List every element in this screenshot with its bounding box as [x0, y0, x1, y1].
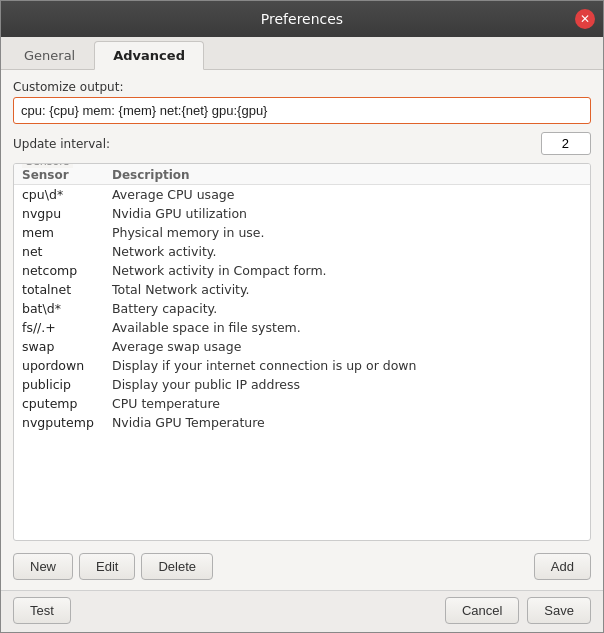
sensor-row[interactable]: nvgpuNvidia GPU utilization	[14, 204, 590, 223]
cancel-button[interactable]: Cancel	[445, 597, 519, 624]
sensor-description: Nvidia GPU utilization	[112, 206, 582, 221]
col-description-header: Description	[112, 168, 582, 182]
tab-bar: General Advanced	[1, 37, 603, 70]
update-interval-row: Update interval:	[13, 132, 591, 155]
sensor-row[interactable]: nvgputempNvidia GPU Temperature	[14, 413, 590, 432]
sensors-list: cpu\d*Average CPU usagenvgpuNvidia GPU u…	[14, 185, 590, 540]
sensor-description: Network activity.	[112, 244, 582, 259]
preferences-dialog: Preferences ✕ General Advanced Customize…	[0, 0, 604, 633]
sensor-name: totalnet	[22, 282, 112, 297]
sensor-name: bat\d*	[22, 301, 112, 316]
sensor-description: Display if your internet connection is u…	[112, 358, 582, 373]
close-button[interactable]: ✕	[575, 9, 595, 29]
sensor-description: Nvidia GPU Temperature	[112, 415, 582, 430]
tab-general[interactable]: General	[5, 41, 94, 69]
dialog-title: Preferences	[261, 11, 343, 27]
customize-output-input[interactable]	[13, 97, 591, 124]
content-area: Customize output: Update interval: Senso…	[1, 70, 603, 590]
bottom-bar: Test Cancel Save	[1, 590, 603, 632]
sensor-description: Average swap usage	[112, 339, 582, 354]
sensor-name: publicip	[22, 377, 112, 392]
sensor-row[interactable]: publicipDisplay your public IP address	[14, 375, 590, 394]
sensor-row[interactable]: swapAverage swap usage	[14, 337, 590, 356]
edit-button[interactable]: Edit	[79, 553, 135, 580]
sensors-section: Sensors Sensor Description cpu\d*Average…	[13, 163, 591, 541]
save-button[interactable]: Save	[527, 597, 591, 624]
customize-output-label: Customize output:	[13, 80, 591, 94]
sensor-name: upordown	[22, 358, 112, 373]
sensor-description: Available space in file system.	[112, 320, 582, 335]
sensor-row[interactable]: cputempCPU temperature	[14, 394, 590, 413]
sensor-row[interactable]: cpu\d*Average CPU usage	[14, 185, 590, 204]
new-button[interactable]: New	[13, 553, 73, 580]
sensor-description: Average CPU usage	[112, 187, 582, 202]
col-sensor-header: Sensor	[22, 168, 112, 182]
customize-output-group: Customize output:	[13, 80, 591, 124]
sensor-row[interactable]: netcompNetwork activity in Compact form.	[14, 261, 590, 280]
sensors-header: Sensor Description	[14, 164, 590, 185]
sensor-name: netcomp	[22, 263, 112, 278]
sensor-name: fs//.+	[22, 320, 112, 335]
sensor-description: Display your public IP address	[112, 377, 582, 392]
sensor-row[interactable]: memPhysical memory in use.	[14, 223, 590, 242]
sensor-description: Network activity in Compact form.	[112, 263, 582, 278]
sensor-row[interactable]: bat\d*Battery capacity.	[14, 299, 590, 318]
sensor-description: CPU temperature	[112, 396, 582, 411]
add-button[interactable]: Add	[534, 553, 591, 580]
sensor-description: Battery capacity.	[112, 301, 582, 316]
sensor-name: cputemp	[22, 396, 112, 411]
sensor-row[interactable]: totalnetTotal Network activity.	[14, 280, 590, 299]
sensor-name: net	[22, 244, 112, 259]
sensor-description: Total Network activity.	[112, 282, 582, 297]
action-buttons-row: New Edit Delete Add	[13, 549, 591, 582]
sensor-row[interactable]: upordownDisplay if your internet connect…	[14, 356, 590, 375]
test-button[interactable]: Test	[13, 597, 71, 624]
update-interval-input[interactable]	[541, 132, 591, 155]
sensor-name: mem	[22, 225, 112, 240]
update-interval-label: Update interval:	[13, 137, 110, 151]
tab-advanced[interactable]: Advanced	[94, 41, 204, 70]
sensor-name: swap	[22, 339, 112, 354]
sensor-description: Physical memory in use.	[112, 225, 582, 240]
sensor-name: cpu\d*	[22, 187, 112, 202]
sensors-title: Sensors	[22, 163, 73, 168]
sensor-name: nvgpu	[22, 206, 112, 221]
sensor-row[interactable]: fs//.+Available space in file system.	[14, 318, 590, 337]
titlebar: Preferences ✕	[1, 1, 603, 37]
sensor-row[interactable]: netNetwork activity.	[14, 242, 590, 261]
delete-button[interactable]: Delete	[141, 553, 213, 580]
sensor-name: nvgputemp	[22, 415, 112, 430]
